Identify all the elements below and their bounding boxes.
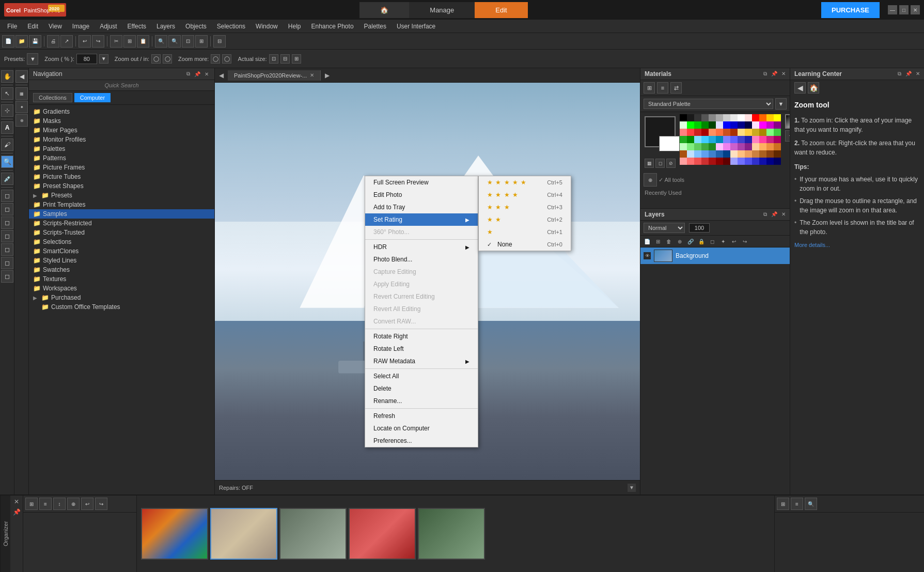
filmstrip-close-btn[interactable]: ✕ [12,498,21,506]
swatch[interactable] [752,158,759,165]
mat-view-btn-2[interactable]: ≡ [657,82,668,94]
swatch[interactable] [752,150,759,158]
swatch[interactable] [680,136,687,143]
menu-objects[interactable]: Objects [180,21,212,32]
filmstrip-thumb-1[interactable] [141,508,208,560]
filmstrip-filter-btn[interactable]: ⊕ [67,498,80,510]
tab-manage[interactable]: Manage [409,2,475,18]
actual-size-button-opt[interactable]: ⊡ [269,54,278,64]
tree-item-picture-tubes[interactable]: 📁 Picture Tubes [29,172,214,181]
layer-lock-btn[interactable]: 🔒 [697,237,706,246]
menu-layers[interactable]: Layers [151,21,180,32]
ctx-hdr[interactable]: HDR ▶ [365,241,478,253]
swatch[interactable] [745,121,752,129]
tab-scroll-prev[interactable]: ◀ [215,70,228,81]
swatch[interactable] [694,143,701,150]
status-dropdown[interactable]: ▼ [628,484,636,492]
filmstrip-sort-btn[interactable]: ↕ [53,498,66,510]
learning-home-btn[interactable]: 🏠 [808,82,819,94]
tree-item-mixer-pages[interactable]: 📁 Mixer Pages [29,126,214,135]
swatch[interactable] [730,143,738,150]
swatch[interactable] [687,121,694,129]
swatch[interactable] [723,143,730,150]
swatch[interactable] [687,143,694,150]
layer-link-btn[interactable]: 🔗 [686,237,695,246]
swatch[interactable] [709,114,716,121]
swatch[interactable] [723,150,730,158]
swatch[interactable] [680,158,687,165]
effects-quick-btn[interactable]: ✦ [15,101,28,113]
ctx-preferences[interactable]: Preferences... [365,435,478,447]
materials-float-btn[interactable]: ⧉ [763,71,767,77]
swatch[interactable] [723,158,730,165]
swatch[interactable] [752,143,759,150]
filmstrip-pin-btn[interactable]: 📌 [12,508,21,516]
swatch[interactable] [701,129,709,136]
swatch[interactable] [745,129,752,136]
swatch[interactable] [730,129,738,136]
zoom-in-button-opt[interactable]: ◯ [163,54,172,64]
cut-button[interactable]: ✂ [110,35,122,48]
zoom-out-button[interactable]: 🔍 [168,35,181,48]
blend-mode-select[interactable]: Normal [644,223,685,233]
zoom-input[interactable] [76,54,97,64]
menu-adjust[interactable]: Adjust [95,21,122,32]
swatch[interactable] [730,158,738,165]
swatch[interactable] [730,150,738,158]
tree-item-gradients[interactable]: 📁 Gradients [29,107,214,116]
swatch[interactable] [723,114,730,121]
swatch[interactable] [730,121,738,129]
ctx-edit-photo[interactable]: Edit Photo [365,189,478,201]
layers-close-btn[interactable]: ✕ [781,211,786,218]
filmstrip-view-btn[interactable]: ⊞ [25,498,38,510]
rating-1-star[interactable]: ★ Ctrl+1 [479,226,571,238]
tree-item-preset-shapes[interactable]: 📁 Preset Shapes [29,181,214,191]
swatch[interactable] [766,136,774,143]
swatch[interactable] [723,136,730,143]
layer-redo-btn[interactable]: ↪ [740,237,749,246]
palette-options-btn[interactable]: ▼ [775,98,787,110]
swatch[interactable] [701,121,709,129]
swatch[interactable] [716,136,723,143]
swatch[interactable] [774,150,781,158]
layer-fx-btn[interactable]: ✦ [718,237,728,246]
fit-image-button-opt[interactable]: ⊟ [280,54,290,64]
purchase-button[interactable]: PURCHASE [821,2,880,18]
swatch[interactable] [738,143,745,150]
swatch[interactable] [709,158,716,165]
copy-button[interactable]: ⊞ [123,35,136,48]
tree-item-swatches[interactable]: 📁 Swatches [29,265,214,274]
tree-item-palettes[interactable]: 📁 Palettes [29,144,214,153]
swatch[interactable] [709,121,716,129]
swatch[interactable] [759,114,766,121]
close-button[interactable]: ✕ [911,5,920,14]
bottom-r-btn1[interactable]: ⊞ [777,498,789,510]
swatch[interactable] [709,143,716,150]
swatch[interactable] [694,121,701,129]
swatch[interactable] [723,121,730,129]
presets-dropdown[interactable]: ▼ [27,53,38,65]
swatch[interactable] [752,121,759,129]
rating-2-stars[interactable]: ★ ★ Ctrl+2 [479,213,571,226]
tab-edit[interactable]: Edit [475,2,527,18]
menu-window[interactable]: Window [250,21,283,32]
bottom-r-btn2[interactable]: ≡ [791,498,803,510]
canvas-area[interactable]: Full Screen Preview Edit Photo Add to Tr… [215,83,640,480]
filmstrip-undo-btn[interactable]: ↩ [81,498,93,510]
new-file-button[interactable]: 📄 [2,35,14,48]
image-tab-close[interactable]: ✕ [310,72,314,78]
swatch[interactable] [766,129,774,136]
swatch[interactable] [694,150,701,158]
tree-item-presets[interactable]: ▶ 📁 Presets [29,191,214,200]
swatch[interactable] [701,150,709,158]
swatch[interactable] [745,114,752,121]
background-color[interactable] [659,136,680,151]
menu-palettes[interactable]: Palettes [359,21,391,32]
ctx-rotate-left[interactable]: Rotate Left [365,343,478,355]
swatch[interactable] [738,121,745,129]
collections-tab[interactable]: Collections [33,93,72,102]
widescreen-button[interactable]: ⊟ [213,35,226,48]
swatch[interactable] [694,158,701,165]
menu-image[interactable]: Image [67,21,95,32]
fit-window-button[interactable]: ⊡ [182,35,194,48]
